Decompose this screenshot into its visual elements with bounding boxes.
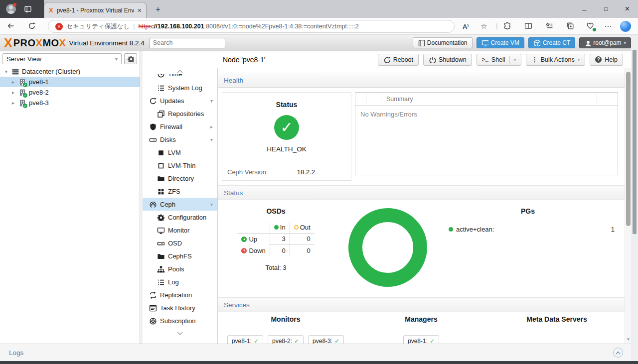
chevron-right-icon[interactable]: ▸ bbox=[10, 79, 16, 85]
menu-item-lvm-thin[interactable]: LVM-Thin bbox=[143, 159, 217, 172]
menu-item-task-history[interactable]: Task History bbox=[143, 301, 217, 314]
chevron-down-icon[interactable]: ▾ bbox=[3, 69, 9, 74]
url-divider: | bbox=[133, 23, 135, 30]
read-aloud-icon[interactable]: A) bbox=[463, 23, 472, 32]
minimize-button[interactable]: – bbox=[574, 0, 595, 18]
menu-item-cephfs[interactable]: CephFS bbox=[143, 249, 217, 262]
menu-item-time[interactable]: Time bbox=[143, 74, 217, 81]
close-button[interactable]: × bbox=[617, 0, 638, 18]
menu-item-repositories[interactable]: Repositories bbox=[143, 107, 217, 120]
out-dot-icon bbox=[294, 225, 299, 230]
tree-item-datacenter[interactable]: ▾ Datacenter (Cluster) bbox=[0, 66, 140, 77]
create-ct-button[interactable]: Create CT bbox=[528, 37, 575, 48]
menu-item-zfs[interactable]: ZFS bbox=[143, 185, 217, 198]
chevron-right-icon[interactable]: ▸ bbox=[210, 124, 213, 129]
back-icon[interactable] bbox=[7, 22, 16, 31]
reload-icon[interactable] bbox=[28, 22, 37, 31]
monitors-buttons: pve8-1:✓ pve8-2:✓ pve8-3:✓ bbox=[227, 335, 344, 344]
monitor-pve8-1-button[interactable]: pve8-1:✓ bbox=[227, 335, 263, 344]
scrollbar-thumb[interactable] bbox=[626, 72, 631, 226]
menu-scroll-up[interactable] bbox=[143, 68, 217, 74]
tab-close-icon[interactable]: × bbox=[138, 6, 142, 14]
reboot-button[interactable]: Reboot bbox=[378, 54, 419, 66]
chevron-down-icon[interactable]: ▾ bbox=[514, 57, 516, 62]
menu-item-label: Firewall bbox=[160, 123, 182, 130]
settings-menu-icon[interactable]: … bbox=[604, 20, 613, 29]
browser-tab[interactable]: X pve8-1 - Proxmox Virtual Environ × bbox=[44, 2, 147, 18]
tab-layout-icon[interactable] bbox=[24, 5, 32, 13]
page-scrollbar-thumb[interactable] bbox=[633, 50, 637, 234]
help-button[interactable]: ?Help bbox=[590, 54, 623, 66]
page-scrollbar[interactable] bbox=[631, 35, 638, 361]
monitor-icon bbox=[157, 227, 164, 234]
chevron-right-icon[interactable]: ▸ bbox=[10, 90, 16, 95]
menu-item-lvm[interactable]: LVM bbox=[143, 146, 217, 159]
cube-icon bbox=[533, 39, 540, 46]
menu-item-ceph[interactable]: Ceph▾ bbox=[143, 198, 217, 211]
search-input[interactable] bbox=[150, 38, 225, 48]
manager-pve8-1-button[interactable]: pve8-1:✓ bbox=[403, 335, 439, 344]
menu-item-monitor[interactable]: Monitor bbox=[143, 224, 217, 237]
menu-item-disks[interactable]: Disks▾ bbox=[143, 133, 217, 146]
status-card-title: Status bbox=[222, 101, 351, 109]
osds-block: OSDs In Out ▲Up 3 0 ▼Down 0 0 Total bbox=[218, 201, 334, 297]
view-selector-dropdown[interactable]: Server View▾ bbox=[2, 53, 122, 64]
split-screen-icon[interactable] bbox=[524, 22, 533, 31]
health-section-header[interactable]: Health bbox=[218, 73, 625, 88]
favorites-hub-icon[interactable] bbox=[545, 22, 554, 31]
menu-item-firewall[interactable]: Firewall▸ bbox=[143, 120, 217, 133]
maximize-button[interactable]: □ bbox=[595, 0, 617, 18]
menu-item-updates[interactable]: Updates▾ bbox=[143, 94, 217, 107]
address-bar[interactable]: × セキュリティ保護なし | https://192.168.100.201:8… bbox=[48, 20, 455, 33]
tree-item-pve8-1[interactable]: ▸ ✓ pve8-1 bbox=[0, 77, 140, 87]
tree-item-pve8-3[interactable]: ▸ ✓ pve8-3 bbox=[0, 98, 140, 108]
copilot-icon[interactable] bbox=[620, 21, 631, 32]
chevron-down-icon[interactable]: ▾ bbox=[210, 202, 213, 207]
shutdown-button[interactable]: Shutdown bbox=[423, 54, 472, 66]
bulk-actions-button[interactable]: ⋮Bulk Actions▾ bbox=[526, 54, 585, 66]
browser-essentials-icon[interactable] bbox=[586, 22, 595, 31]
menu-scroll-down[interactable] bbox=[143, 330, 217, 336]
monitor-pve8-2-button[interactable]: pve8-2:✓ bbox=[268, 335, 304, 344]
tree-item-pve8-2[interactable]: ▸ ✓ pve8-2 bbox=[0, 87, 140, 98]
menu-item-subscription[interactable]: Subscription bbox=[143, 314, 217, 327]
check-icon: ✓ bbox=[430, 338, 435, 344]
chevron-down-icon[interactable]: ▾ bbox=[578, 57, 580, 62]
chevron-right-icon[interactable]: ▸ bbox=[10, 100, 16, 106]
logs-expand-button[interactable] bbox=[613, 348, 623, 358]
menu-item-system-log[interactable]: System Log bbox=[143, 81, 217, 94]
copy-icon bbox=[157, 110, 164, 118]
extensions-icon[interactable] bbox=[503, 22, 512, 31]
menu-item-log[interactable]: Log bbox=[143, 275, 217, 288]
menu-item-configuration[interactable]: Configuration bbox=[143, 211, 217, 224]
menu-item-directory[interactable]: Directory bbox=[143, 172, 217, 185]
monitor-pve8-3-button[interactable]: pve8-3:✓ bbox=[308, 335, 344, 344]
down-arrow-icon: ▼ bbox=[241, 248, 247, 253]
tree-settings-button[interactable] bbox=[124, 53, 137, 64]
new-tab-button[interactable]: + bbox=[153, 4, 163, 15]
documentation-button[interactable]: Documentation bbox=[413, 37, 473, 48]
in-dot-icon bbox=[274, 225, 279, 230]
shell-button[interactable]: >_Shell▾ bbox=[477, 54, 522, 66]
services-section-header[interactable]: Services bbox=[218, 297, 625, 312]
menu-item-replication[interactable]: Replication bbox=[143, 288, 217, 301]
chevron-down-icon[interactable]: ▾ bbox=[210, 137, 213, 142]
favorite-star-icon[interactable]: ☆ bbox=[480, 22, 489, 31]
logs-bar[interactable]: Logs bbox=[0, 344, 631, 361]
power-icon bbox=[429, 56, 436, 63]
chevron-down-icon[interactable]: ▾ bbox=[210, 98, 213, 104]
collections-icon[interactable] bbox=[566, 22, 575, 31]
menu-item-osd[interactable]: OSD bbox=[143, 237, 217, 249]
menu-item-pools[interactable]: Pools bbox=[143, 262, 217, 275]
active-clean-dot-icon bbox=[449, 227, 453, 232]
status-section-header[interactable]: Status bbox=[218, 185, 625, 200]
content-scrollbar[interactable]: ▼ bbox=[625, 68, 631, 344]
user-menu-button[interactable]: root@pam▾ bbox=[579, 37, 631, 48]
hdd-icon bbox=[149, 136, 157, 143]
summary-col-header[interactable]: Summary bbox=[381, 93, 597, 105]
menu-item-label: Pools bbox=[168, 265, 184, 273]
security-warning-icon[interactable]: × bbox=[55, 23, 63, 30]
create-vm-button[interactable]: Create VM bbox=[477, 37, 524, 48]
life-ring-icon bbox=[149, 317, 157, 325]
square-outline-icon bbox=[157, 162, 164, 169]
